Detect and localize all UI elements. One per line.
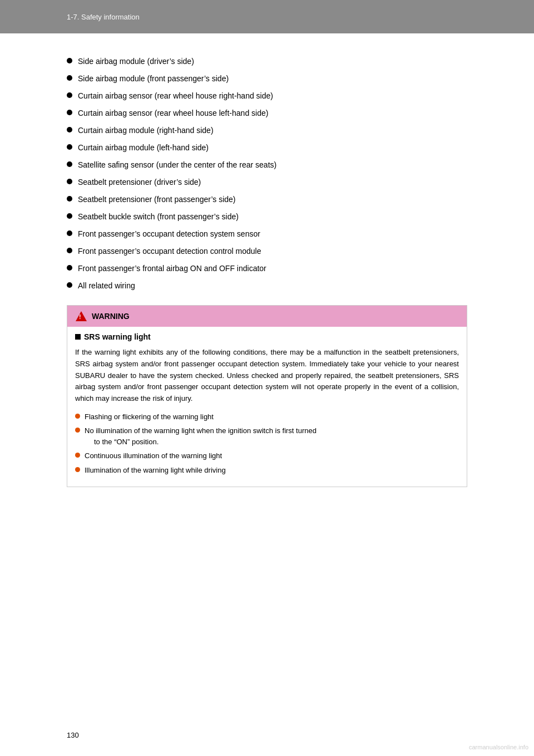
orange-dot-icon [75, 467, 80, 472]
list-item: Curtain airbag module (left-hand side) [67, 142, 467, 154]
bullet-dot-icon [67, 196, 72, 202]
orange-dot-icon [75, 414, 80, 419]
warning-icon [75, 310, 87, 322]
bullet-list: Side airbag module (driver’s side)Side a… [67, 56, 467, 292]
bullet-dot-icon [67, 75, 72, 81]
list-item: All related wiring [67, 280, 467, 292]
list-item: Curtain airbag sensor (rear wheel house … [67, 90, 467, 102]
warning-list-item: Continuous illumination of the warning l… [75, 450, 459, 462]
list-item: Seatbelt buckle switch (front passenger’… [67, 211, 467, 223]
list-item: Front passenger’s frontal airbag ON and … [67, 263, 467, 274]
list-item: Curtain airbag module (right-hand side) [67, 125, 467, 136]
warning-list-item: Illumination of the warning light while … [75, 465, 459, 476]
list-item: Side airbag module (driver’s side) [67, 56, 467, 67]
list-item: Curtain airbag sensor (rear wheel house … [67, 107, 467, 119]
list-item: Seatbelt pretensioner (driver’s side) [67, 176, 467, 188]
warning-triangle-icon [76, 311, 87, 321]
orange-dot-icon [75, 453, 80, 458]
warning-list-item: No illumination of the warning light whe… [75, 425, 459, 447]
bullet-dot-icon [67, 58, 72, 63]
list-item: Seatbelt pretensioner (front passenger’s… [67, 194, 467, 205]
bullet-dot-icon [67, 179, 72, 184]
bullet-dot-icon [67, 110, 72, 115]
orange-dot-icon [75, 428, 80, 433]
bullet-dot-icon [67, 144, 72, 150]
warning-bullet-list: Flashing or flickering of the warning li… [75, 411, 459, 476]
bullet-dot-icon [67, 265, 72, 271]
content-area: Side airbag module (driver’s side)Side a… [0, 50, 534, 521]
black-square-icon [75, 334, 81, 340]
warning-box: WARNING SRS warning light If the warning… [67, 305, 467, 487]
watermark: carmanualsonline.info [469, 744, 528, 750]
warning-list-item: Flashing or flickering of the warning li… [75, 411, 459, 423]
list-item: Front passenger’s occupant detection sys… [67, 228, 467, 240]
warning-content: SRS warning light If the warning light e… [67, 327, 467, 487]
bullet-dot-icon [67, 161, 72, 167]
header-bar: 1-7. Safety information [0, 0, 534, 33]
bullet-dot-icon [67, 248, 72, 253]
bullet-dot-icon [67, 213, 72, 219]
warning-title: WARNING [92, 312, 130, 321]
list-item: Front passenger’s occupant detection con… [67, 246, 467, 257]
warning-section-title: SRS warning light [75, 332, 459, 341]
page-number: 130 [67, 731, 79, 739]
warning-paragraph: If the warning light exhibits any of the… [75, 347, 459, 405]
warning-header: WARNING [67, 306, 467, 327]
bullet-dot-icon [67, 127, 72, 132]
bullet-dot-icon [67, 92, 72, 98]
bullet-dot-icon [67, 230, 72, 236]
list-item: Satellite safing sensor (under the cente… [67, 159, 467, 171]
list-item: Side airbag module (front passenger’s si… [67, 73, 467, 85]
header-title: 1-7. Safety information [67, 13, 140, 21]
bullet-dot-icon [67, 282, 72, 288]
